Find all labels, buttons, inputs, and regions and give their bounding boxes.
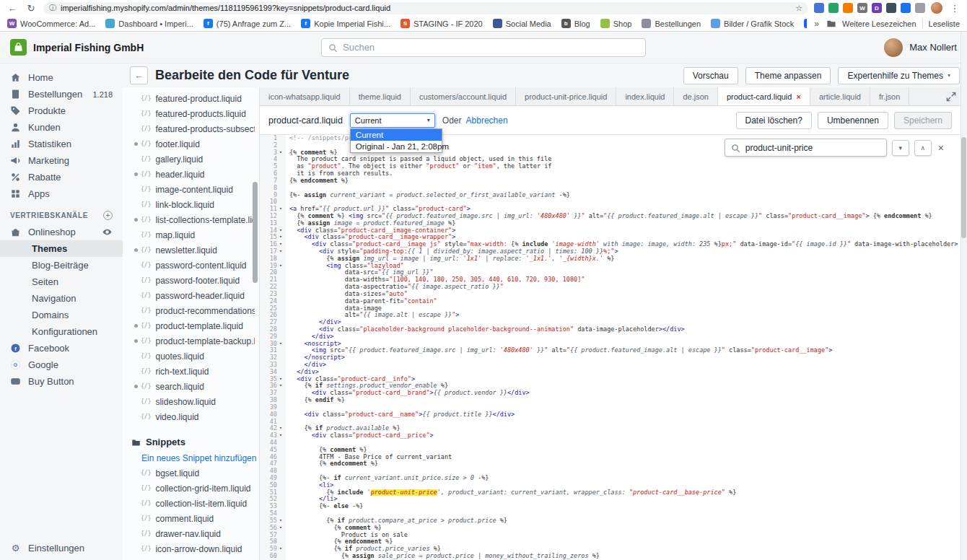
sidebar-item[interactable]: Rabatte	[0, 169, 123, 185]
code-line[interactable]: 20 data-src="{{ img_url }}"	[260, 269, 961, 276]
bookmark-item[interactable]: f (75) Anfrage zum Z...	[204, 19, 291, 28]
bookmark-item[interactable]: Bestellungen	[642, 19, 701, 28]
url-input[interactable]	[61, 4, 791, 12]
version-option[interactable]: Current	[351, 129, 442, 141]
back-button[interactable]: ←	[130, 66, 148, 84]
sidebar-item[interactable]: Statistiken	[0, 136, 123, 152]
file-item[interactable]: {/} image-content.liquid	[123, 182, 259, 197]
file-item[interactable]: {/} list-collections-template.liqui	[123, 212, 259, 227]
sidebar-item[interactable]: Produkte	[0, 102, 123, 119]
extension-icon[interactable]	[915, 3, 925, 13]
code-line[interactable]: 23 data-sizes="auto"	[260, 291, 961, 298]
page-info-icon[interactable]: ⓘ	[49, 3, 56, 13]
add-channel-icon[interactable]: +	[103, 211, 113, 220]
version-select[interactable]: Current ▾	[350, 113, 435, 128]
bookmark-item[interactable]: Shop	[600, 19, 632, 28]
code-line[interactable]: 56▾ {% comment %}	[260, 525, 961, 532]
sidebar-sub-item[interactable]: Konfigurationen	[0, 323, 123, 340]
rename-button[interactable]: Umbenennen	[818, 112, 888, 129]
search-options-button[interactable]: ▾	[892, 140, 909, 156]
code-line[interactable]: 59▾ {% if product.price_varies %}	[260, 546, 961, 553]
code-line[interactable]: 29 </div>	[260, 333, 961, 341]
editor-search-input[interactable]	[745, 143, 880, 153]
editor-tab[interactable]: customers/account.liquid ×	[411, 87, 516, 105]
code-line[interactable]: 16▾ <div class="product-card__image js" …	[260, 241, 961, 248]
code-line[interactable]: 45 {% comment %}	[260, 447, 961, 454]
file-item[interactable]: {/} bgset.liquid	[123, 465, 259, 481]
file-item[interactable]: {/} product-template.liquid	[123, 318, 259, 333]
code-line[interactable]: 32 </noscript>	[260, 354, 961, 362]
browser-menu-icon[interactable]: ⋮	[948, 3, 961, 14]
code-line[interactable]: 9{%- assign current_variant = product.se…	[260, 192, 961, 199]
sidebar-channel-item[interactable]: Buy Button	[0, 373, 123, 390]
code-line[interactable]: 44	[260, 439, 961, 447]
code-line[interactable]: 46 4TFM - Base Price of current_variant	[260, 454, 961, 461]
code-line[interactable]: 39	[260, 404, 961, 411]
file-item[interactable]: {/} collection-list-item.liquid	[123, 496, 259, 511]
extension-icon[interactable]	[901, 3, 911, 13]
code-line[interactable]: 14▾ <div class="product-card__image-cont…	[260, 227, 961, 235]
code-line[interactable]: 47 {% endcomment %}	[260, 460, 961, 468]
code-line[interactable]: 7{% endcomment %}	[260, 178, 961, 185]
back-icon[interactable]: ←	[6, 3, 19, 14]
file-item[interactable]: {/} password-content.liquid	[123, 258, 259, 273]
file-item[interactable]: {/} featured-products.liquid	[123, 106, 259, 121]
file-item[interactable]: {/} password-footer.liquid	[123, 273, 259, 288]
code-line[interactable]: 17▾ <div style="padding-top:{{ 1 | divid…	[260, 248, 961, 255]
code-line[interactable]: 55▾ {% if product.compare_at_price > pro…	[260, 517, 961, 525]
bookmark-item[interactable]: Social Media	[493, 19, 551, 28]
code-line[interactable]: 53 {%- else -%}	[260, 503, 961, 510]
sidebar-item[interactable]: Apps	[0, 185, 123, 202]
sidebar-channel-item[interactable]: f Facebook	[0, 340, 123, 356]
code-line[interactable]: 10	[260, 198, 961, 206]
file-item[interactable]: {/} comment.liquid	[123, 511, 259, 526]
search-close-icon[interactable]: ×	[937, 142, 945, 154]
code-line[interactable]: 37 <div class="product-card__brand">{{ p…	[260, 390, 961, 397]
sidebar-sub-item[interactable]: Themes	[0, 240, 123, 257]
sidebar-item[interactable]: Marketing	[0, 152, 123, 169]
code-line[interactable]: 30▾ <noscript>	[260, 341, 961, 348]
bookmark-item[interactable]: S STAGING - IF 2020	[401, 19, 483, 28]
reload-icon[interactable]: ↻	[25, 3, 38, 14]
expand-editor-icon[interactable]	[945, 91, 957, 102]
code-line[interactable]: 51 {% include 'product-unit-price', prod…	[260, 489, 961, 496]
sidebar-item[interactable]: Bestellungen 1.218	[0, 86, 123, 102]
code-line[interactable]: 13 {% assign image = product.featured_im…	[260, 220, 961, 227]
bookmark-item[interactable]: b Blog	[561, 19, 590, 28]
file-item[interactable]: {/} slideshow.liquid	[123, 394, 259, 409]
extension-icon[interactable]	[814, 3, 824, 13]
file-item[interactable]: {/} rich-text.liquid	[123, 364, 259, 379]
editor-tab[interactable]: index.liquid ×	[616, 87, 674, 105]
bookmarks-overflow-icon[interactable]: »	[811, 19, 822, 29]
editor-tab[interactable]: product-unit-price.liquid ×	[516, 87, 616, 105]
sidebar-sub-item[interactable]: Navigation	[0, 290, 123, 307]
sidebar-item[interactable]: Kunden	[0, 119, 123, 136]
file-item[interactable]: {/} header.liquid	[123, 167, 259, 182]
file-item[interactable]: {/} product-recommendations.liq	[123, 303, 259, 318]
file-item[interactable]: {/} password-header.liquid	[123, 288, 259, 303]
code-line[interactable]: 48	[260, 468, 961, 475]
more-bookmarks-label[interactable]: Weitere Lesezeichen	[842, 19, 916, 28]
code-line[interactable]: 26 alt="{{ image.alt | escape }}">	[260, 312, 961, 319]
sidebar-item-onlineshop[interactable]: Onlineshop	[0, 224, 123, 240]
code-line[interactable]: 19▾ <img class="lazyload"	[260, 263, 961, 270]
extension-icon[interactable]	[828, 3, 839, 13]
code-line[interactable]: 57 Product is on sale	[260, 532, 961, 539]
code-line[interactable]: 35▾ <div class="product-card__info">	[260, 376, 961, 383]
snippets-section-header[interactable]: Snippets	[123, 433, 259, 450]
code-line[interactable]: 31 <img src="{{ product.featured_image.s…	[260, 347, 961, 354]
page-scrollbar-handle[interactable]	[961, 137, 966, 238]
cancel-link[interactable]: Abbrechen	[466, 115, 508, 126]
file-item[interactable]: {/} featured-products-subsection	[123, 121, 259, 136]
code-line[interactable]: 12 {% comment %} <img src="{{ product.fe…	[260, 213, 961, 220]
code-line[interactable]: 40 <div class="product-card__name">{{ pr…	[260, 411, 961, 419]
bookmarks-panel-icon[interactable]	[826, 19, 836, 29]
code-line[interactable]: 33 </div>	[260, 362, 961, 369]
extension-icon[interactable]: D	[872, 3, 882, 13]
bookmark-item[interactable]: x xt:Commerce 4.1 A...	[804, 19, 807, 28]
extension-icon[interactable]: W	[857, 3, 867, 13]
file-item[interactable]: {/} footer.liquid	[123, 136, 259, 152]
code-line[interactable]: 36▾ {% if settings.product_vendor_enable…	[260, 382, 961, 390]
url-bar[interactable]: ⓘ ☆	[43, 2, 808, 14]
code-line[interactable]: 50 <li>	[260, 482, 961, 489]
